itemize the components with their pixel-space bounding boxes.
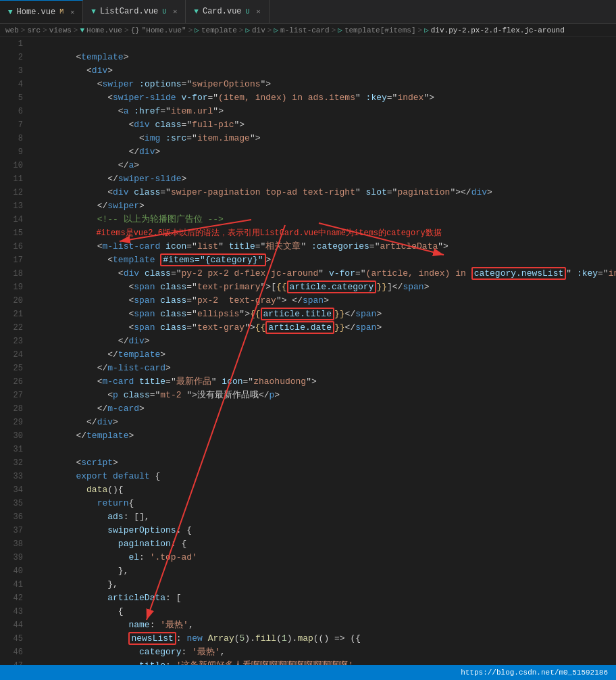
crumb-homevue: Home.vue xyxy=(86,26,122,34)
crumb-div-icon: ▷ xyxy=(245,26,250,34)
tab-modified-1: M xyxy=(59,8,63,16)
code-line-16: <template #items="{category}"> xyxy=(34,240,616,253)
tab-card-vue[interactable]: ▼ Card.vue U ✕ xyxy=(186,0,269,23)
crumb-template: template xyxy=(201,26,237,34)
code-line-27: </m-card> xyxy=(34,389,616,402)
code-line-9: </a> xyxy=(34,145,616,159)
code-line-11: <div class="swiper-pagination top-ad tex… xyxy=(34,172,616,186)
code-line-20: <span class="ellipsis">{{article.title}}… xyxy=(34,294,616,308)
code-line-10: </swiper-slide> xyxy=(34,159,616,172)
line-numbers: 1 2 3 4 5 6 7 8 9 10 11 12 13 14 15 16 1… xyxy=(0,37,28,675)
tab-bar: ▼ Home.vue M ✕ ▼ ListCard.vue U ✕ ▼ Card… xyxy=(0,0,616,24)
crumb-src: src xyxy=(27,26,41,34)
crumb-web: web xyxy=(5,26,19,34)
code-line-21: <span class="text-gray">{{article.date}}… xyxy=(34,308,616,321)
code-line-41: articleData: [ xyxy=(34,578,616,591)
crumb-mlist: m-list-card xyxy=(280,26,330,34)
code-line-46: title: '这条新闻好多人看啊啊啊啊啊啊啊啊啊啊啊', xyxy=(34,646,616,659)
crumb-template-icon: ▷ xyxy=(195,26,199,34)
code-line-2: <div> xyxy=(34,51,616,64)
code-line-12: </swiper> xyxy=(34,186,616,199)
tab-modified-3: U xyxy=(246,8,250,16)
crumb-div2-icon: ▷ xyxy=(424,26,429,34)
code-line-4: <swiper-slide v-for="(item, index) in ad… xyxy=(34,78,616,91)
code-editor[interactable]: <template> <div> <swiper :options="swipe… xyxy=(28,37,616,675)
tab-modified-2: U xyxy=(162,8,166,16)
code-line-22: </div> xyxy=(34,321,616,335)
crumb-vue-icon: ▼ xyxy=(80,26,84,34)
code-line-8: </div> xyxy=(34,132,616,145)
code-line-34: return{ xyxy=(34,483,616,497)
crumb-div2: div.py-2.px-2.d-flex.jc-around xyxy=(431,26,565,34)
status-bar: https://blog.csdn.net/m0_51592186 xyxy=(0,665,616,680)
code-line-24: </m-list-card> xyxy=(34,348,616,362)
code-line-3: <swiper :options="swiperOptions"> xyxy=(34,64,616,78)
vue-icon-tab2: ▼ xyxy=(91,7,96,16)
tab-close-1[interactable]: ✕ xyxy=(70,8,74,16)
code-line-43: name: '最热', xyxy=(34,605,616,618)
tab-label-3: Card.vue xyxy=(203,7,242,16)
code-line-38: el: '.top-ad' xyxy=(34,537,616,551)
crumb-mlist-icon: ▷ xyxy=(274,26,278,34)
breadcrumb: web > src > views > ▼ Home.vue > {} "Hom… xyxy=(0,24,616,37)
tab-close-3[interactable]: ✕ xyxy=(257,7,261,16)
crumb-template2-icon: ▷ xyxy=(338,26,342,34)
code-lines: <template> <div> <swiper :options="swipe… xyxy=(28,37,616,675)
code-line-30 xyxy=(34,429,616,443)
code-line-7: <img :src="item.image"> xyxy=(34,118,616,132)
tab-label-2: ListCard.vue xyxy=(100,7,158,16)
code-line-19: <span class="px-2 text-gray"> </span> xyxy=(34,281,616,294)
code-line-15: <m-list-card icon="list" title="相关文章" :c… xyxy=(34,226,616,240)
code-line-45: category: '最热', xyxy=(34,632,616,646)
code-line-1: <template> xyxy=(34,37,616,51)
crumb-views: views xyxy=(49,26,72,34)
code-line-23: </template> xyxy=(34,335,616,348)
code-line-29: </template> xyxy=(34,416,616,429)
code-line-13: <!-- 以上为轮播图广告位 --> #items是vue2.6版本以后的语法，… xyxy=(34,199,616,213)
code-line-44: newsList: new Array(5).fill(1).map(() =>… xyxy=(34,618,616,632)
status-url: https://blog.csdn.net/m0_51592186 xyxy=(461,669,608,677)
code-line-14 xyxy=(34,213,616,226)
tab-label-1: Home.vue xyxy=(17,7,56,17)
code-line-42: { xyxy=(34,591,616,605)
code-line-37: pagination: { xyxy=(34,524,616,537)
crumb-template2: template[#items] xyxy=(344,26,416,34)
tab-listcard-vue[interactable]: ▼ ListCard.vue U ✕ xyxy=(83,0,186,23)
code-line-39: }, xyxy=(34,551,616,564)
vue-icon-tab1: ▼ xyxy=(8,8,13,16)
crumb-homevue2: "Home.vue" xyxy=(142,26,186,34)
tab-close-2[interactable]: ✕ xyxy=(173,7,177,16)
editor-area: 1 2 3 4 5 6 7 8 9 10 11 12 13 14 15 16 1… xyxy=(0,37,616,675)
crumb-div: div xyxy=(252,26,265,34)
code-line-35: ads: [], xyxy=(34,497,616,510)
code-line-33: data(){ xyxy=(34,470,616,483)
code-line-6: <div class="full-pic"> xyxy=(34,105,616,118)
code-line-17: <div class="py-2 px-2 d-flex jc-around" … xyxy=(34,253,616,267)
crumb-curly: {} xyxy=(131,26,140,34)
tab-home-vue[interactable]: ▼ Home.vue M ✕ xyxy=(0,0,83,23)
code-line-26: <p class="mt-2 ">没有最新作品哦</p> xyxy=(34,375,616,389)
vue-icon-tab3: ▼ xyxy=(194,7,199,16)
code-line-40: }, xyxy=(34,564,616,578)
code-line-28: </div> xyxy=(34,402,616,416)
code-line-32: export default { xyxy=(34,456,616,470)
code-line-5: <a :href="item.url"> xyxy=(34,91,616,105)
code-line-18: <span class="text-primary">[{{article.ca… xyxy=(34,267,616,281)
code-line-36: swiperOptions: { xyxy=(34,510,616,524)
code-line-25: <m-card title="最新作品" icon="zhaohudong"> xyxy=(34,362,616,375)
code-line-31: <script> xyxy=(34,443,616,456)
